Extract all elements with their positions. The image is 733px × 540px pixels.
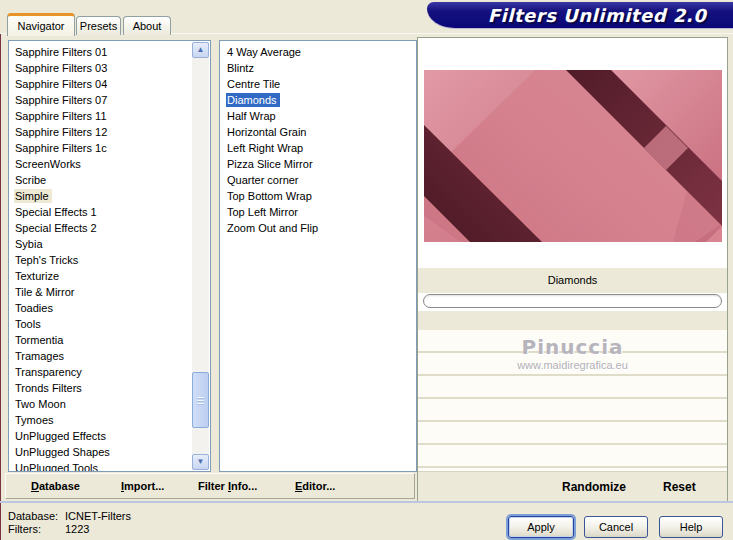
list-item-label: Toadies xyxy=(14,301,56,315)
list-item[interactable]: Tramages xyxy=(9,348,210,364)
list-item-label: Top Left Mirror xyxy=(226,205,301,219)
list-item[interactable]: Horizontal Grain xyxy=(220,124,416,140)
scrollbar-thumb[interactable] xyxy=(192,372,209,428)
list-item[interactable]: UnPlugged Shapes xyxy=(9,444,210,460)
list-item[interactable]: Pizza Slice Mirror xyxy=(220,156,416,172)
list-item-label: Tymoes xyxy=(14,413,57,427)
list-item[interactable]: Zoom Out and Flip xyxy=(220,220,416,236)
band-spacer xyxy=(418,311,727,330)
list-item[interactable]: UnPlugged Effects xyxy=(9,428,210,444)
status-database-value: ICNET-Filters xyxy=(65,510,131,523)
list-item[interactable]: Top Bottom Wrap xyxy=(220,188,416,204)
scrollbar-grip-icon xyxy=(197,397,204,406)
preview-image xyxy=(424,70,722,242)
list-item-label: Sybia xyxy=(14,237,46,251)
list-item-label: ScreenWorks xyxy=(14,157,84,171)
list-item[interactable]: 4 Way Average xyxy=(220,44,416,60)
list-item[interactable]: Sapphire Filters 11 xyxy=(9,108,210,124)
list-item[interactable]: Half Wrap xyxy=(220,108,416,124)
tab-about[interactable]: About xyxy=(123,16,171,35)
apply-button-label: Apply xyxy=(527,521,555,533)
list-item-label: Simple xyxy=(14,189,52,203)
list-item-label: Sapphire Filters 11 xyxy=(14,109,110,123)
list-item[interactable]: Blintz xyxy=(220,60,416,76)
list-item-label: UnPlugged Effects xyxy=(14,429,109,443)
list-item-label: Top Bottom Wrap xyxy=(226,189,315,203)
list-item[interactable]: Tymoes xyxy=(9,412,210,428)
list-item[interactable]: Two Moon xyxy=(9,396,210,412)
window-left-border xyxy=(0,34,1,540)
filter-info-button[interactable]: Filter Info... xyxy=(198,474,257,498)
list-item-label: Diamonds xyxy=(226,93,280,107)
list-item[interactable]: Tile & Mirror xyxy=(9,284,210,300)
scroll-down-icon[interactable]: ▼ xyxy=(192,454,209,470)
tab-presets-label: Presets xyxy=(80,20,117,32)
list-item[interactable]: Sapphire Filters 1c xyxy=(9,140,210,156)
list-item[interactable]: Tronds Filters xyxy=(9,380,210,396)
list-item-label: Scribe xyxy=(14,173,49,187)
category-scrollbar[interactable]: ▲ ▼ xyxy=(192,42,209,470)
cancel-button-label: Cancel xyxy=(599,521,633,533)
app-title: Filters Unlimited 2.0 xyxy=(454,5,706,26)
status-database-row: Database: ICNET-Filters xyxy=(8,510,131,523)
tab-navigator[interactable]: Navigator xyxy=(7,13,75,36)
list-item-label: 4 Way Average xyxy=(226,45,304,59)
list-item[interactable]: Sybia xyxy=(9,236,210,252)
list-item-label: UnPlugged Tools xyxy=(14,461,101,472)
status-filters-label: Filters: xyxy=(8,523,65,536)
import-button[interactable]: Import... xyxy=(121,474,164,498)
list-item[interactable]: Special Effects 1 xyxy=(9,204,210,220)
list-item[interactable]: Sapphire Filters 07 xyxy=(9,92,210,108)
list-item[interactable]: Texturize xyxy=(9,268,210,284)
list-item-label: Sapphire Filters 1c xyxy=(14,141,110,155)
list-item[interactable]: Quarter corner xyxy=(220,172,416,188)
list-item-label: Horizontal Grain xyxy=(226,125,309,139)
list-item-label: Half Wrap xyxy=(226,109,279,123)
help-button[interactable]: Help xyxy=(659,516,723,538)
editor-button[interactable]: Editor... xyxy=(295,474,335,498)
help-button-label: Help xyxy=(680,521,703,533)
list-item[interactable]: ScreenWorks xyxy=(9,156,210,172)
status-area: Database: ICNET-Filters Filters: 1223 xyxy=(8,510,131,536)
list-item-label: Special Effects 2 xyxy=(14,221,100,235)
list-item-label: Sapphire Filters 01 xyxy=(14,45,110,59)
list-item[interactable]: UnPlugged Tools xyxy=(9,460,210,472)
list-item[interactable]: Diamonds xyxy=(220,92,416,108)
cancel-button[interactable]: Cancel xyxy=(584,516,648,538)
parameter-slider[interactable] xyxy=(423,294,722,308)
list-item[interactable]: Toadies xyxy=(9,300,210,316)
list-item[interactable]: Sapphire Filters 04 xyxy=(9,76,210,92)
list-item[interactable]: Sapphire Filters 12 xyxy=(9,124,210,140)
list-item[interactable]: Simple xyxy=(9,188,210,204)
list-item[interactable]: Sapphire Filters 01 xyxy=(9,44,210,60)
list-item-label: Teph's Tricks xyxy=(14,253,81,267)
list-item[interactable]: Transparency xyxy=(9,364,210,380)
list-item[interactable]: Sapphire Filters 03 xyxy=(9,60,210,76)
parameter-rows: Pinuccia www.maidiregrafica.eu xyxy=(418,330,727,471)
tab-presets[interactable]: Presets xyxy=(76,16,121,35)
randomize-bar: Randomize Reset xyxy=(418,471,727,503)
list-item-label: Special Effects 1 xyxy=(14,205,100,219)
list-item[interactable]: Teph's Tricks xyxy=(9,252,210,268)
apply-button[interactable]: Apply xyxy=(508,516,574,538)
status-filters-row: Filters: 1223 xyxy=(8,523,131,536)
database-button[interactable]: Database xyxy=(31,474,80,498)
reset-button[interactable]: Reset xyxy=(663,472,696,503)
list-item[interactable]: Special Effects 2 xyxy=(9,220,210,236)
list-item[interactable]: Scribe xyxy=(9,172,210,188)
toolbar-shadow-line xyxy=(0,501,733,503)
list-item-label: Pizza Slice Mirror xyxy=(226,157,316,171)
list-item-label: Sapphire Filters 04 xyxy=(14,77,110,91)
list-item-label: Two Moon xyxy=(14,397,69,411)
list-item[interactable]: Top Left Mirror xyxy=(220,204,416,220)
list-item-label: Tormentia xyxy=(14,333,66,347)
list-item[interactable]: Centre Tile xyxy=(220,76,416,92)
randomize-button[interactable]: Randomize xyxy=(562,472,626,503)
scroll-up-icon[interactable]: ▲ xyxy=(192,42,209,58)
list-item[interactable]: Tools xyxy=(9,316,210,332)
list-item[interactable]: Tormentia xyxy=(9,332,210,348)
list-item-label: Tile & Mirror xyxy=(14,285,77,299)
list-item-label: Quarter corner xyxy=(226,173,302,187)
list-item[interactable]: Left Right Wrap xyxy=(220,140,416,156)
preview-panel: Diamonds Pinuccia www.maidiregrafica.eu … xyxy=(417,37,728,502)
